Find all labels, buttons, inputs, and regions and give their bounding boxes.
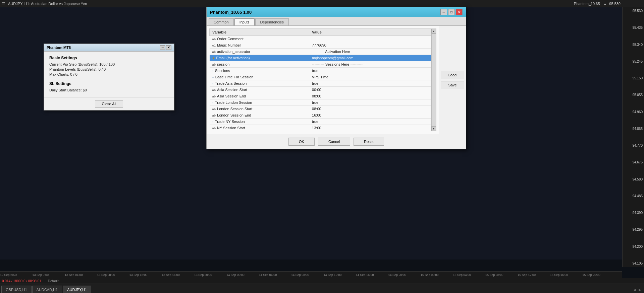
- table-row[interactable]: o1Magic Number7776690: [210, 42, 431, 49]
- time-label: 13 Sep 04:00: [65, 273, 83, 277]
- time-label: 15 Sep 12:00: [518, 273, 536, 277]
- table-row[interactable]: ≡Base Time For SessionVPS Time: [210, 74, 431, 80]
- value-cell: ---------- Sessions Here ----------: [309, 61, 431, 68]
- value-cell: true: [309, 80, 431, 87]
- max-charts-info: Max Charts: 0 / 0: [49, 72, 169, 76]
- cancel-button[interactable]: Cancel: [318, 138, 350, 146]
- scroll-up-arrow[interactable]: ▲: [431, 29, 436, 33]
- right-panel: Load Save: [439, 26, 466, 134]
- value-cell: 13:00: [309, 125, 431, 131]
- phantom-small-close[interactable]: ✕: [166, 45, 171, 50]
- phantom-small-titlebar: Phantom MT5 ─ ✕: [44, 44, 174, 52]
- time-label: 14 Sep 16:00: [356, 273, 374, 277]
- time-label: 15 Sep 16:00: [550, 273, 568, 277]
- load-button[interactable]: Load: [441, 71, 464, 79]
- pip-step-info: Current Pip Step (Buys/Sells): 100 / 100: [49, 62, 169, 66]
- tab-scroll-left[interactable]: ◀: [632, 287, 637, 293]
- value-cell: 00:00: [309, 87, 431, 93]
- reset-button[interactable]: Reset: [354, 138, 384, 146]
- table-row[interactable]: ↑Trade London Sessiontrue: [210, 99, 431, 106]
- daily-balance-info: Daily Start Balance: $0: [49, 88, 169, 92]
- variable-cell: o1Magic Number: [210, 42, 309, 49]
- tab-inputs[interactable]: Inputs: [234, 18, 255, 25]
- price-label: 95.245: [623, 60, 644, 63]
- time-label: 14 Sep 00:00: [226, 273, 245, 277]
- table-row[interactable]: abactivation_separator---------- Activat…: [210, 49, 431, 55]
- price-label: 94.200: [623, 245, 644, 248]
- time-label: 13 Sep 08:00: [97, 273, 115, 277]
- tab-scroll-right[interactable]: ▶: [637, 287, 643, 293]
- tab-common[interactable]: Common: [209, 18, 234, 25]
- table-row[interactable]: abAsia Session Start00:00: [210, 87, 431, 93]
- scroll-track[interactable]: [431, 33, 436, 126]
- time-label: 15 Sep 04:00: [453, 273, 471, 277]
- close-all-button[interactable]: Close All: [95, 100, 123, 107]
- status-extra: Default: [48, 279, 59, 283]
- status-text: 0.014 / 18000.0 / 08:08:01: [2, 279, 41, 283]
- price-label: 94.675: [623, 160, 644, 164]
- main-content: Variable Value abOrder Commento1Magic Nu…: [207, 26, 466, 134]
- phantom-small-title-buttons: ─ ✕: [160, 45, 171, 50]
- time-label: 13 Sep 16:00: [162, 273, 180, 277]
- price-label: 95.435: [623, 26, 644, 29]
- time-bar: 12 Sep 202313 Sep 0:0013 Sep 04:0013 Sep…: [0, 271, 622, 278]
- table-row[interactable]: ↑Trade Asia Sessiontrue: [210, 80, 431, 87]
- variable-cell: abLondon Session End: [210, 112, 309, 119]
- phantom-levels-info: Phantom Levels (Buys/Sells): 0 / 0: [49, 67, 169, 71]
- price-label: 95.150: [623, 76, 644, 80]
- phantom-main-titlebar: Phantom_10.65 1.00 ─ □ ✕: [207, 7, 466, 17]
- phantom-small-minimize[interactable]: ─: [160, 45, 165, 50]
- time-label: 14 Sep 04:00: [259, 273, 277, 277]
- value-cell: 7776690: [309, 42, 431, 49]
- phantom-small-footer: Close All: [44, 97, 174, 110]
- price-label: 94.960: [623, 110, 644, 114]
- variable-cell: abAsia Session End: [210, 93, 309, 99]
- value-cell: true: [309, 119, 431, 125]
- variable-cell: absession: [210, 61, 309, 68]
- variable-cell: abNY Session Start: [210, 125, 309, 131]
- price-label: 94.865: [623, 127, 644, 131]
- phantom-footer: OK Cancel Reset: [207, 134, 466, 149]
- table-row[interactable]: abOrder Comment: [210, 36, 431, 42]
- tab-gbpusd[interactable]: GBPUSD,H1: [1, 286, 32, 293]
- table-row[interactable]: abNY Session Start13:00: [210, 125, 431, 131]
- phantom-main-title-text: Phantom_10.65 1.00: [210, 10, 252, 15]
- value-cell: true: [309, 99, 431, 106]
- time-label: 15 Sep 20:00: [582, 273, 600, 277]
- table-row[interactable]: ↑Trade NY Sessiontrue: [210, 119, 431, 125]
- ok-button[interactable]: OK: [288, 138, 315, 146]
- time-label: 14 Sep 12:00: [324, 273, 342, 277]
- price-label: 94.580: [623, 177, 644, 181]
- value-cell: 08:00: [309, 106, 431, 112]
- time-label: 12 Sep 2023: [0, 273, 17, 277]
- price-label: 94.390: [623, 211, 644, 215]
- time-label: 15 Sep 08:00: [485, 273, 503, 277]
- time-label: 15 Sep 00:00: [421, 273, 439, 277]
- time-label: 13 Sep 12:00: [129, 273, 148, 277]
- price-label: 94.485: [623, 194, 644, 198]
- time-label: 13 Sep 20:00: [194, 273, 212, 277]
- price-label: 94.770: [623, 144, 644, 147]
- tab-dependencies[interactable]: Dependencies: [255, 18, 289, 25]
- main-close-button[interactable]: ✕: [456, 9, 463, 15]
- table-row[interactable]: absession---------- Sessions Here ------…: [210, 61, 431, 68]
- table-row[interactable]: ↑Sessionstrue: [210, 68, 431, 74]
- price-label: 95.530: [623, 9, 644, 13]
- variable-cell: abLondon Session Start: [210, 106, 309, 112]
- table-row[interactable]: abLondon Session Start08:00: [210, 106, 431, 112]
- chart-title: AUDJPY; H1: Australian Dollar vs Japanes…: [8, 2, 87, 6]
- table-wrapper: Variable Value abOrder Commento1Magic Nu…: [209, 28, 436, 131]
- top-bar: ☰ AUDJPY; H1: Australian Dollar vs Japan…: [0, 0, 644, 7]
- table-row[interactable]: ★Email (for activation)mqlshopcom@gmail.…: [210, 55, 431, 61]
- save-button[interactable]: Save: [441, 81, 464, 89]
- scroll-down-arrow[interactable]: ▼: [431, 126, 436, 131]
- main-maximize-button[interactable]: □: [448, 9, 455, 15]
- main-minimize-button[interactable]: ─: [440, 9, 447, 15]
- table-area: Variable Value abOrder Commento1Magic Nu…: [207, 26, 439, 134]
- table-row[interactable]: abLondon Session End16:00: [210, 112, 431, 119]
- col-variable: Variable: [210, 29, 309, 36]
- tab-audjpy[interactable]: AUDJPY,H1: [63, 286, 91, 293]
- table-row[interactable]: abAsia Session End08:00: [210, 93, 431, 99]
- tab-audcad[interactable]: AUDCAD,H1: [32, 286, 62, 293]
- table-container: Variable Value abOrder Commento1Magic Nu…: [207, 26, 439, 134]
